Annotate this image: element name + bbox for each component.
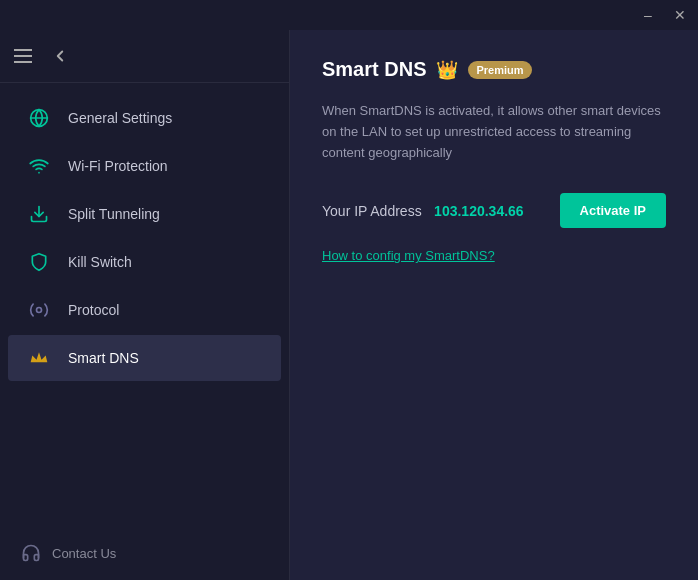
title-bar: – ✕ [0,0,698,30]
ip-section: Your IP Address 103.120.34.66 Activate I… [322,193,666,228]
sidebar-top [0,30,289,83]
protocol-icon [28,299,50,321]
sidebar-item-general-settings[interactable]: General Settings [8,95,281,141]
download-icon [28,203,50,225]
ip-label: Your IP Address [322,203,422,219]
sidebar-item-split-tunneling[interactable]: Split Tunneling [8,191,281,237]
sidebar-item-label: Split Tunneling [68,206,160,222]
sidebar-item-smart-dns[interactable]: Smart DNS [8,335,281,381]
crown-emoji: 👑 [436,59,458,81]
back-button[interactable] [46,42,74,70]
headset-icon [20,542,42,564]
minimize-button[interactable]: – [638,5,658,25]
svg-point-4 [37,308,42,313]
sidebar-item-label: Protocol [68,302,119,318]
hamburger-icon[interactable] [14,49,32,63]
contact-section[interactable]: Contact Us [0,526,289,580]
sidebar: General Settings Wi-Fi Protection [0,30,290,580]
premium-badge: Premium [468,61,531,79]
contact-label: Contact Us [52,546,116,561]
sidebar-item-protocol[interactable]: Protocol [8,287,281,333]
sidebar-item-wifi-protection[interactable]: Wi-Fi Protection [8,143,281,189]
sidebar-item-label: Smart DNS [68,350,139,366]
activate-ip-button[interactable]: Activate IP [560,193,666,228]
premium-badge-text: Premium [476,64,523,76]
shield-icon [28,251,50,273]
main-content: Smart DNS 👑 Premium When SmartDNS is act… [290,30,698,580]
config-link[interactable]: How to config my SmartDNS? [322,248,666,263]
close-button[interactable]: ✕ [670,5,690,25]
page-title: Smart DNS [322,58,426,81]
page-description: When SmartDNS is activated, it allows ot… [322,101,666,163]
sidebar-nav: General Settings Wi-Fi Protection [0,83,289,526]
ip-info: Your IP Address 103.120.34.66 [322,202,524,220]
crown-icon [28,347,50,369]
app-body: General Settings Wi-Fi Protection [0,30,698,580]
ip-value: 103.120.34.66 [434,203,524,219]
sidebar-item-label: General Settings [68,110,172,126]
wifi-icon [28,155,50,177]
sidebar-item-kill-switch[interactable]: Kill Switch [8,239,281,285]
page-header: Smart DNS 👑 Premium [322,58,666,81]
globe-icon [28,107,50,129]
sidebar-item-label: Kill Switch [68,254,132,270]
sidebar-item-label: Wi-Fi Protection [68,158,168,174]
